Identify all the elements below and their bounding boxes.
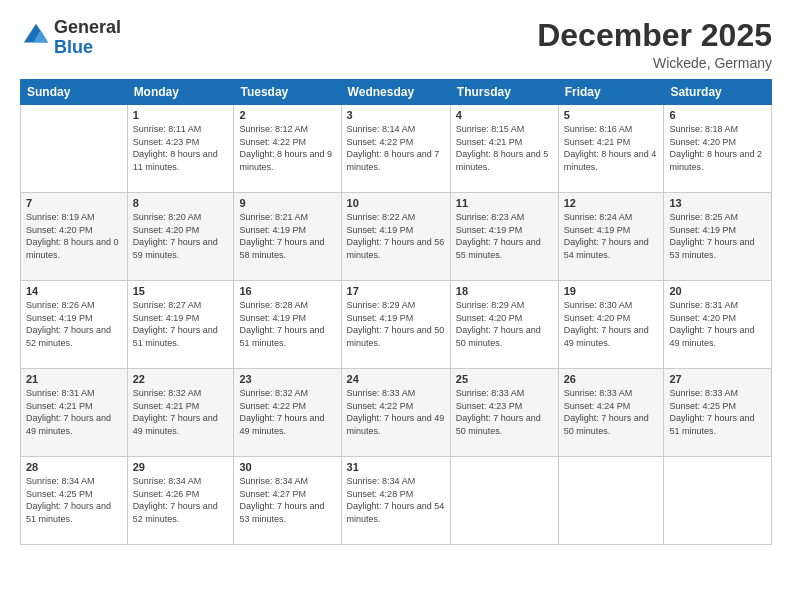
week-row-3: 21Sunrise: 8:31 AMSunset: 4:21 PMDayligh… [21, 369, 772, 457]
day-cell: 21Sunrise: 8:31 AMSunset: 4:21 PMDayligh… [21, 369, 128, 457]
day-number: 14 [26, 285, 122, 297]
day-cell: 12Sunrise: 8:24 AMSunset: 4:19 PMDayligh… [558, 193, 664, 281]
day-info: Sunrise: 8:29 AMSunset: 4:19 PMDaylight:… [347, 299, 445, 349]
day-number: 15 [133, 285, 229, 297]
day-number: 25 [456, 373, 553, 385]
day-info: Sunrise: 8:33 AMSunset: 4:23 PMDaylight:… [456, 387, 553, 437]
day-info: Sunrise: 8:33 AMSunset: 4:25 PMDaylight:… [669, 387, 766, 437]
day-cell: 18Sunrise: 8:29 AMSunset: 4:20 PMDayligh… [450, 281, 558, 369]
day-number: 9 [239, 197, 335, 209]
day-cell: 23Sunrise: 8:32 AMSunset: 4:22 PMDayligh… [234, 369, 341, 457]
day-info: Sunrise: 8:26 AMSunset: 4:19 PMDaylight:… [26, 299, 122, 349]
col-monday: Monday [127, 80, 234, 105]
day-cell: 29Sunrise: 8:34 AMSunset: 4:26 PMDayligh… [127, 457, 234, 545]
day-number: 28 [26, 461, 122, 473]
day-number: 19 [564, 285, 659, 297]
day-cell: 14Sunrise: 8:26 AMSunset: 4:19 PMDayligh… [21, 281, 128, 369]
day-number: 27 [669, 373, 766, 385]
day-cell: 5Sunrise: 8:16 AMSunset: 4:21 PMDaylight… [558, 105, 664, 193]
col-tuesday: Tuesday [234, 80, 341, 105]
calendar-header-row: Sunday Monday Tuesday Wednesday Thursday… [21, 80, 772, 105]
day-info: Sunrise: 8:14 AMSunset: 4:22 PMDaylight:… [347, 123, 445, 173]
day-info: Sunrise: 8:34 AMSunset: 4:28 PMDaylight:… [347, 475, 445, 525]
day-cell [558, 457, 664, 545]
day-cell: 19Sunrise: 8:30 AMSunset: 4:20 PMDayligh… [558, 281, 664, 369]
day-cell: 25Sunrise: 8:33 AMSunset: 4:23 PMDayligh… [450, 369, 558, 457]
day-cell: 11Sunrise: 8:23 AMSunset: 4:19 PMDayligh… [450, 193, 558, 281]
day-cell: 17Sunrise: 8:29 AMSunset: 4:19 PMDayligh… [341, 281, 450, 369]
month-title: December 2025 [537, 18, 772, 53]
day-cell: 2Sunrise: 8:12 AMSunset: 4:22 PMDaylight… [234, 105, 341, 193]
week-row-4: 28Sunrise: 8:34 AMSunset: 4:25 PMDayligh… [21, 457, 772, 545]
day-number: 26 [564, 373, 659, 385]
day-number: 29 [133, 461, 229, 473]
day-number: 20 [669, 285, 766, 297]
day-cell: 10Sunrise: 8:22 AMSunset: 4:19 PMDayligh… [341, 193, 450, 281]
day-number: 5 [564, 109, 659, 121]
day-cell: 9Sunrise: 8:21 AMSunset: 4:19 PMDaylight… [234, 193, 341, 281]
day-cell: 3Sunrise: 8:14 AMSunset: 4:22 PMDaylight… [341, 105, 450, 193]
day-info: Sunrise: 8:33 AMSunset: 4:24 PMDaylight:… [564, 387, 659, 437]
day-cell [664, 457, 772, 545]
day-info: Sunrise: 8:27 AMSunset: 4:19 PMDaylight:… [133, 299, 229, 349]
header: General Blue December 2025 Wickede, Germ… [20, 18, 772, 71]
page: General Blue December 2025 Wickede, Germ… [0, 0, 792, 612]
location: Wickede, Germany [537, 55, 772, 71]
day-info: Sunrise: 8:25 AMSunset: 4:19 PMDaylight:… [669, 211, 766, 261]
day-cell: 1Sunrise: 8:11 AMSunset: 4:23 PMDaylight… [127, 105, 234, 193]
day-number: 24 [347, 373, 445, 385]
day-cell: 7Sunrise: 8:19 AMSunset: 4:20 PMDaylight… [21, 193, 128, 281]
day-info: Sunrise: 8:19 AMSunset: 4:20 PMDaylight:… [26, 211, 122, 261]
logo-general-text: General [54, 17, 121, 37]
day-info: Sunrise: 8:33 AMSunset: 4:22 PMDaylight:… [347, 387, 445, 437]
day-number: 22 [133, 373, 229, 385]
day-info: Sunrise: 8:12 AMSunset: 4:22 PMDaylight:… [239, 123, 335, 173]
day-number: 4 [456, 109, 553, 121]
day-cell: 31Sunrise: 8:34 AMSunset: 4:28 PMDayligh… [341, 457, 450, 545]
day-number: 7 [26, 197, 122, 209]
day-cell: 15Sunrise: 8:27 AMSunset: 4:19 PMDayligh… [127, 281, 234, 369]
day-info: Sunrise: 8:34 AMSunset: 4:27 PMDaylight:… [239, 475, 335, 525]
week-row-2: 14Sunrise: 8:26 AMSunset: 4:19 PMDayligh… [21, 281, 772, 369]
day-info: Sunrise: 8:23 AMSunset: 4:19 PMDaylight:… [456, 211, 553, 261]
day-info: Sunrise: 8:29 AMSunset: 4:20 PMDaylight:… [456, 299, 553, 349]
day-number: 30 [239, 461, 335, 473]
day-info: Sunrise: 8:21 AMSunset: 4:19 PMDaylight:… [239, 211, 335, 261]
col-saturday: Saturday [664, 80, 772, 105]
week-row-1: 7Sunrise: 8:19 AMSunset: 4:20 PMDaylight… [21, 193, 772, 281]
day-info: Sunrise: 8:34 AMSunset: 4:26 PMDaylight:… [133, 475, 229, 525]
day-number: 10 [347, 197, 445, 209]
day-cell: 20Sunrise: 8:31 AMSunset: 4:20 PMDayligh… [664, 281, 772, 369]
day-number: 23 [239, 373, 335, 385]
day-cell: 8Sunrise: 8:20 AMSunset: 4:20 PMDaylight… [127, 193, 234, 281]
day-info: Sunrise: 8:24 AMSunset: 4:19 PMDaylight:… [564, 211, 659, 261]
day-number: 1 [133, 109, 229, 121]
col-friday: Friday [558, 80, 664, 105]
day-info: Sunrise: 8:22 AMSunset: 4:19 PMDaylight:… [347, 211, 445, 261]
week-row-0: 1Sunrise: 8:11 AMSunset: 4:23 PMDaylight… [21, 105, 772, 193]
day-number: 13 [669, 197, 766, 209]
day-number: 12 [564, 197, 659, 209]
day-cell: 13Sunrise: 8:25 AMSunset: 4:19 PMDayligh… [664, 193, 772, 281]
day-cell: 30Sunrise: 8:34 AMSunset: 4:27 PMDayligh… [234, 457, 341, 545]
day-info: Sunrise: 8:18 AMSunset: 4:20 PMDaylight:… [669, 123, 766, 173]
day-info: Sunrise: 8:34 AMSunset: 4:25 PMDaylight:… [26, 475, 122, 525]
day-cell: 6Sunrise: 8:18 AMSunset: 4:20 PMDaylight… [664, 105, 772, 193]
col-sunday: Sunday [21, 80, 128, 105]
day-number: 8 [133, 197, 229, 209]
day-info: Sunrise: 8:15 AMSunset: 4:21 PMDaylight:… [456, 123, 553, 173]
day-cell: 16Sunrise: 8:28 AMSunset: 4:19 PMDayligh… [234, 281, 341, 369]
day-number: 11 [456, 197, 553, 209]
day-info: Sunrise: 8:16 AMSunset: 4:21 PMDaylight:… [564, 123, 659, 173]
day-info: Sunrise: 8:32 AMSunset: 4:22 PMDaylight:… [239, 387, 335, 437]
day-cell: 4Sunrise: 8:15 AMSunset: 4:21 PMDaylight… [450, 105, 558, 193]
day-info: Sunrise: 8:11 AMSunset: 4:23 PMDaylight:… [133, 123, 229, 173]
day-number: 6 [669, 109, 766, 121]
day-number: 21 [26, 373, 122, 385]
day-cell: 24Sunrise: 8:33 AMSunset: 4:22 PMDayligh… [341, 369, 450, 457]
day-info: Sunrise: 8:31 AMSunset: 4:21 PMDaylight:… [26, 387, 122, 437]
day-cell: 28Sunrise: 8:34 AMSunset: 4:25 PMDayligh… [21, 457, 128, 545]
day-cell [450, 457, 558, 545]
col-thursday: Thursday [450, 80, 558, 105]
day-cell: 27Sunrise: 8:33 AMSunset: 4:25 PMDayligh… [664, 369, 772, 457]
